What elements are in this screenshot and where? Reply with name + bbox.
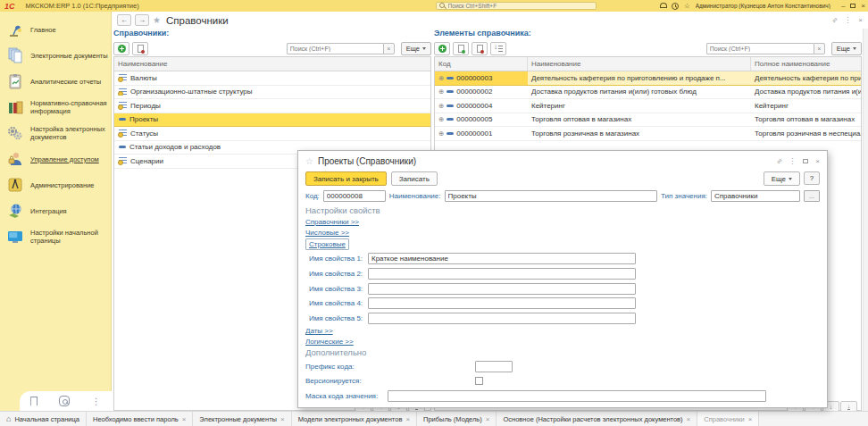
sidebar-item-access[interactable]: Управление доступом xyxy=(4,150,111,168)
add-button[interactable] xyxy=(113,42,129,55)
sidebar-item-reports[interactable]: Аналитические отчеты xyxy=(4,72,111,90)
expand-icon[interactable] xyxy=(438,102,444,110)
elements-search-input[interactable] xyxy=(706,43,814,54)
catalog-row[interactable]: Статусы xyxy=(114,127,430,141)
dates-link[interactable]: Даты >> xyxy=(305,327,333,335)
sidebar-item-start-page-settings[interactable]: Настройки начальной страницы xyxy=(4,228,111,246)
more-menu-icon[interactable] xyxy=(844,16,851,24)
property-row: Имя свойства 3: xyxy=(305,282,820,295)
tab-home[interactable]: Начальная страница xyxy=(0,412,87,426)
tab-close-icon[interactable] xyxy=(405,415,410,423)
history-clock-icon[interactable] xyxy=(672,3,679,10)
sidebar-item-integration[interactable]: Интеграция xyxy=(4,202,111,220)
catalog-row[interactable]: Валюты xyxy=(114,71,430,86)
expand-icon[interactable] xyxy=(438,74,444,82)
tab-catalogs-active[interactable]: Справочники xyxy=(697,412,759,426)
favorite-star-icon[interactable] xyxy=(305,156,313,166)
choose-type-button[interactable]: ... xyxy=(804,190,820,202)
help-button[interactable]: ? xyxy=(804,171,820,185)
maximize-button[interactable] xyxy=(850,4,855,8)
global-search[interactable] xyxy=(436,2,597,10)
property-input[interactable] xyxy=(368,313,636,324)
catalogs-search-input[interactable] xyxy=(287,43,383,54)
name-input[interactable] xyxy=(445,190,658,202)
numeric-link[interactable]: Числовые >> xyxy=(305,229,349,237)
element-row-selected[interactable]: 000000003 Деятельность кафетерия по приг… xyxy=(435,71,861,86)
save-button[interactable]: Записать xyxy=(391,171,438,186)
tab-close-icon[interactable] xyxy=(748,415,753,423)
column-code: Код xyxy=(435,57,528,71)
tab-edocs[interactable]: Электронные документы xyxy=(193,412,291,426)
home-icon xyxy=(6,414,11,423)
copy-button[interactable] xyxy=(472,42,488,55)
sidebar-item-edoc-settings[interactable]: Настройка электронных документов xyxy=(4,124,111,142)
save-and-close-button[interactable]: Записать и закрыть xyxy=(305,171,387,186)
property-input[interactable] xyxy=(368,283,636,295)
sidebar-item-edocs[interactable]: Электронные документы xyxy=(4,46,111,64)
expand-icon[interactable] xyxy=(438,88,444,96)
notifications-bell-icon[interactable] xyxy=(660,3,666,10)
tab-password[interactable]: Необходимо ввести пароль xyxy=(87,412,193,426)
element-row[interactable]: 000000002 Доставка продуктов питания и(и… xyxy=(435,86,861,100)
close-form-icon[interactable] xyxy=(858,16,863,24)
close-dialog-icon[interactable] xyxy=(815,157,820,165)
clear-search-button[interactable] xyxy=(383,43,395,54)
scrollbar[interactable] xyxy=(863,29,868,411)
catalogs-link[interactable]: Справочники >> xyxy=(305,218,359,226)
property-input[interactable] xyxy=(368,253,636,264)
menu-search-icon[interactable] xyxy=(59,396,70,406)
catalog-row[interactable]: Периоды xyxy=(114,99,430,113)
get-link-icon[interactable] xyxy=(830,15,839,24)
add-group-button[interactable] xyxy=(453,42,469,55)
string-link[interactable]: Строковые xyxy=(305,238,349,250)
tab-close-icon[interactable] xyxy=(687,415,691,423)
more-menu-icon[interactable] xyxy=(789,157,796,165)
maximize-icon[interactable] xyxy=(803,159,808,163)
tab-close-icon[interactable] xyxy=(486,415,490,423)
catalogs-more-button[interactable]: Еще xyxy=(401,42,431,55)
tab-edoc-models[interactable]: Модели электронных документов xyxy=(292,412,417,426)
close-window-button[interactable] xyxy=(861,3,865,10)
dialog-more-button[interactable]: Еще xyxy=(764,171,800,186)
catalog-row[interactable]: Организационно-штатные структуры xyxy=(114,86,430,100)
mask-input[interactable] xyxy=(388,390,766,402)
favorites-star-icon[interactable] xyxy=(684,2,690,10)
copy-button[interactable] xyxy=(132,42,148,55)
catalogs-table-header[interactable]: Наименование xyxy=(114,57,430,71)
type-input[interactable] xyxy=(711,190,800,202)
get-link-icon[interactable] xyxy=(774,157,783,166)
bookmark-icon[interactable] xyxy=(30,397,38,406)
boolean-link[interactable]: Логические >> xyxy=(305,338,354,346)
current-user[interactable]: Администратор (Кузнецов Антон Константин… xyxy=(696,3,830,9)
catalog-row-selected[interactable]: Проекты xyxy=(114,113,430,128)
sidebar-more-icon[interactable] xyxy=(92,397,101,406)
tab-close-icon[interactable] xyxy=(280,415,285,423)
elements-more-button[interactable]: Еще xyxy=(831,42,862,55)
property-input[interactable] xyxy=(368,297,636,309)
tab-profit-model[interactable]: Прибыль (Модель) xyxy=(417,412,497,426)
sidebar-item-label: Администрирование xyxy=(30,181,95,189)
minimize-button[interactable] xyxy=(841,3,845,10)
sidebar-item-nsi[interactable]: Нормативно-справочная информация xyxy=(4,98,111,116)
expand-icon[interactable] xyxy=(438,129,444,138)
versioned-checkbox[interactable] xyxy=(475,377,483,385)
tab-edoc-calc-settings[interactable]: Основное (Настройки расчетов электронных… xyxy=(497,412,697,426)
add-button[interactable] xyxy=(434,42,450,55)
back-button[interactable] xyxy=(117,14,131,26)
sidebar-item-administration[interactable]: Администрирование xyxy=(4,176,111,194)
element-row[interactable]: 000000005 Торговля оптовая в магазинах Т… xyxy=(435,113,861,128)
property-input[interactable] xyxy=(368,268,636,280)
element-row[interactable]: 000000004 Кейтеринг Кейтеринг xyxy=(435,99,861,113)
tab-close-icon[interactable] xyxy=(182,415,187,423)
elements-table-header[interactable]: Код Наименование Полное наименование xyxy=(435,57,861,71)
forward-button[interactable] xyxy=(135,14,149,26)
code-input[interactable] xyxy=(323,190,386,202)
expand-icon[interactable] xyxy=(438,115,444,123)
sidebar-item-main[interactable]: Главное xyxy=(4,21,111,38)
global-search-input[interactable] xyxy=(448,3,593,9)
favorite-star-icon[interactable] xyxy=(153,15,161,25)
sort-button[interactable] xyxy=(490,42,506,55)
element-row[interactable]: 000000001 Торговля розничная в магазинах… xyxy=(435,127,861,141)
prefix-input[interactable] xyxy=(475,361,513,372)
clear-search-button[interactable] xyxy=(814,43,825,54)
